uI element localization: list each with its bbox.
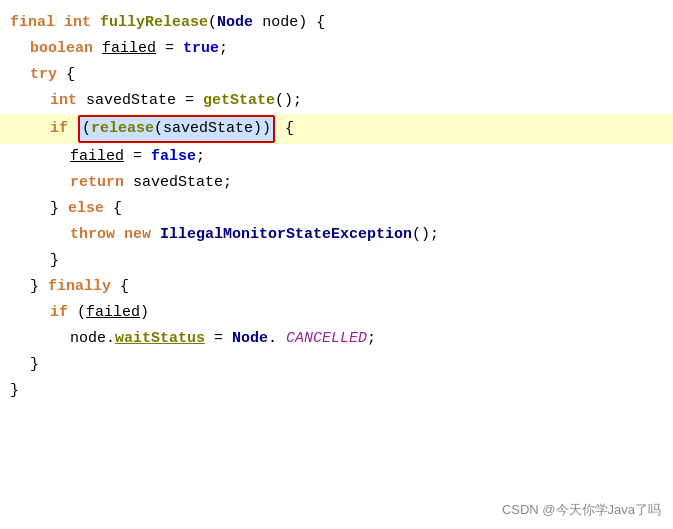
keyword-else: else — [68, 197, 104, 221]
code-line-10: } — [0, 248, 673, 274]
watermark: CSDN @今天你学Java了吗 — [502, 501, 661, 519]
keyword-if2: if — [50, 301, 68, 325]
code-line-5: if (release(savedState)) { — [0, 114, 673, 144]
keyword-true: true — [183, 37, 219, 61]
code-line-1: final int fullyRelease(Node node) { — [0, 10, 673, 36]
keyword-boolean: boolean — [30, 37, 93, 61]
code-line-8: } else { — [0, 196, 673, 222]
code-container: final int fullyRelease(Node node) { bool… — [0, 0, 673, 529]
code-line-15: } — [0, 378, 673, 404]
keyword-return: return — [70, 171, 124, 195]
keyword-false: false — [151, 145, 196, 169]
code-line-6: failed = false; — [0, 144, 673, 170]
keyword-if: if — [50, 117, 68, 141]
keyword-int: int — [64, 11, 91, 35]
keyword-try: try — [30, 63, 57, 87]
code-line-2: boolean failed = true; — [0, 36, 673, 62]
code-line-4: int savedState = getState(); — [0, 88, 673, 114]
keyword-throw: throw — [70, 223, 115, 247]
keyword-int2: int — [50, 89, 77, 113]
keyword-final: final — [10, 11, 55, 35]
keyword-new: new — [124, 223, 151, 247]
code-line-11: } finally { — [0, 274, 673, 300]
code-line-3: try { — [0, 62, 673, 88]
code-line-9: throw new IllegalMonitorStateException()… — [0, 222, 673, 248]
keyword-finally: finally — [48, 275, 111, 299]
code-line-12: if (failed) — [0, 300, 673, 326]
code-line-13: node.waitStatus = Node. CANCELLED; — [0, 326, 673, 352]
code-line-7: return savedState; — [0, 170, 673, 196]
highlighted-expression: (release(savedState)) — [78, 115, 275, 143]
code-line-14: } — [0, 352, 673, 378]
